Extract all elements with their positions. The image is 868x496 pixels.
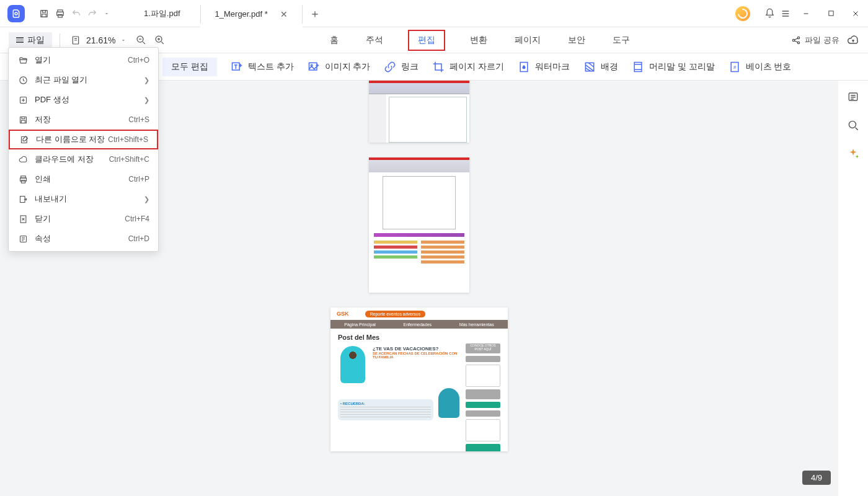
properties-icon (17, 233, 29, 244)
tab-inactive[interactable]: 1.파일.pdf (124, 0, 200, 27)
link-icon (384, 61, 396, 73)
close-icon[interactable]: ✕ (280, 9, 288, 19)
zoom-in-button[interactable] (150, 35, 169, 45)
clock-icon (17, 74, 29, 86)
menu-recent[interactable]: 최근 파일 열기 ❯ (9, 70, 158, 90)
edit-all-button[interactable]: 모두 편집 (162, 58, 217, 76)
hamburger-icon (16, 37, 24, 43)
image-icon (308, 61, 320, 73)
quickaccess-dropdown-icon[interactable] (100, 11, 113, 17)
zoom-out-button[interactable] (131, 35, 150, 45)
svg-rect-6 (828, 11, 833, 16)
tab-label: 1.파일.pdf (144, 8, 180, 19)
undo-icon[interactable] (68, 9, 84, 19)
menu-save-as[interactable]: 다른 이름으로 저장 Ctrl+Shift+S (9, 130, 158, 149)
tab-home[interactable]: 홈 (327, 33, 341, 47)
main-tabs: 홈 주석 편집 변환 페이지 보안 도구 (169, 30, 791, 51)
menu-save-cloud[interactable]: 클라우드에 저장 Ctrl+Shift+C (9, 149, 158, 169)
svg-rect-26 (22, 117, 25, 118)
tab-security[interactable]: 보안 (565, 33, 588, 47)
tab-page[interactable]: 페이지 (512, 33, 543, 47)
search-icon[interactable] (846, 118, 861, 133)
crop-button[interactable]: 페이지 자르기 (432, 61, 504, 73)
background-icon (583, 61, 596, 73)
svg-rect-5 (58, 14, 63, 17)
add-tab-button[interactable]: ＋ (303, 6, 327, 21)
menu-properties[interactable]: 속성 Ctrl+D (9, 229, 158, 249)
bates-button[interactable]: # 베이츠 번호 (728, 61, 792, 73)
menu-icon[interactable] (777, 9, 794, 19)
tab-convert[interactable]: 변환 (467, 33, 490, 47)
save-as-icon (19, 134, 30, 145)
brand-icon[interactable] (735, 6, 750, 21)
svg-point-22 (849, 121, 856, 128)
title-bar: 1.파일.pdf 1_Merger.pdf * ✕ ＋ (0, 0, 868, 27)
maximize-button[interactable] (818, 0, 843, 27)
export-icon (17, 193, 29, 205)
menu-close[interactable]: 닫기 Ctrl+F4 (9, 209, 158, 229)
menu-print[interactable]: 인쇄 Ctrl+P (9, 169, 158, 189)
page-thumbnail[interactable]: GSK Reporte eventos adversos Página Prin… (330, 308, 508, 451)
fit-page-icon[interactable] (68, 35, 84, 45)
chevron-right-icon: ❯ (144, 96, 149, 104)
zoom-dropdown-icon[interactable] (120, 37, 126, 43)
menu-create-pdf[interactable]: PDF 생성 ❯ (9, 90, 158, 110)
post-heading: Post del Mes (330, 329, 508, 343)
cloud-icon (17, 154, 29, 165)
add-image-button[interactable]: 이미지 추가 (308, 61, 371, 73)
zoom-value: 21.61% (84, 35, 118, 45)
file-menu: 열기 Ctrl+O 최근 파일 열기 ❯ PDF 생성 ❯ 저장 Ctrl+S … (8, 47, 159, 252)
save-icon[interactable] (36, 9, 52, 19)
report-pill: Reporte eventos adversos (365, 311, 426, 317)
bates-icon: # (728, 61, 741, 73)
svg-text:#: # (733, 64, 736, 69)
menu-open[interactable]: 열기 Ctrl+O (9, 50, 158, 70)
edit-all-label: 모두 편집 (171, 61, 208, 73)
print-icon[interactable] (52, 9, 68, 19)
bell-icon[interactable] (761, 8, 777, 19)
svg-rect-1 (42, 10, 45, 12)
menu-export[interactable]: 내보내기 ❯ (9, 189, 158, 209)
redo-icon[interactable] (84, 9, 100, 19)
svg-rect-31 (21, 180, 25, 182)
properties-panel-icon[interactable] (846, 89, 861, 104)
right-rail (838, 81, 868, 496)
watermark-icon (518, 61, 530, 73)
chevron-right-icon: ❯ (144, 195, 149, 203)
close-window-button[interactable] (843, 0, 868, 27)
page-thumbnail[interactable] (369, 157, 469, 293)
header-footer-icon (632, 61, 644, 73)
chevron-right-icon: ❯ (144, 76, 149, 84)
open-icon (17, 55, 29, 66)
svg-rect-27 (21, 120, 25, 123)
plus-doc-icon (17, 94, 29, 105)
svg-rect-2 (42, 14, 46, 17)
share-label: 파일 공유 (805, 35, 839, 46)
save-icon (17, 114, 29, 125)
page-thumbnail[interactable] (369, 81, 469, 143)
background-button[interactable]: 배경 (583, 61, 618, 73)
text-icon (231, 61, 243, 73)
gsk-logo: GSK (337, 311, 349, 317)
tab-annotate[interactable]: 주석 (363, 33, 386, 47)
ai-sparkle-icon[interactable] (846, 146, 861, 161)
file-label: 파일 (27, 35, 45, 46)
file-menu-button[interactable]: 파일 (9, 32, 52, 48)
page-indicator: 4/9 (802, 471, 831, 485)
tab-tools[interactable]: 도구 (610, 33, 632, 47)
minimize-button[interactable] (794, 0, 818, 27)
tab-active[interactable]: 1_Merger.pdf * ✕ (200, 0, 303, 27)
tab-edit[interactable]: 편집 (408, 30, 445, 51)
add-text-button[interactable]: 텍스트 추가 (231, 61, 294, 73)
share-button[interactable]: 파일 공유 (791, 35, 839, 46)
print-icon (17, 174, 29, 185)
close-doc-icon (17, 213, 29, 224)
cloud-upload-icon[interactable] (846, 33, 861, 48)
watermark-button[interactable]: 워터마크 (518, 61, 570, 73)
crop-icon (432, 61, 445, 73)
header-footer-button[interactable]: 머리말 및 꼬리말 (632, 61, 715, 73)
tab-label: 1_Merger.pdf * (215, 9, 268, 19)
link-button[interactable]: 링크 (384, 61, 418, 73)
menu-save[interactable]: 저장 Ctrl+S (9, 110, 158, 130)
document-tabs: 1.파일.pdf 1_Merger.pdf * ✕ ＋ (124, 0, 327, 27)
